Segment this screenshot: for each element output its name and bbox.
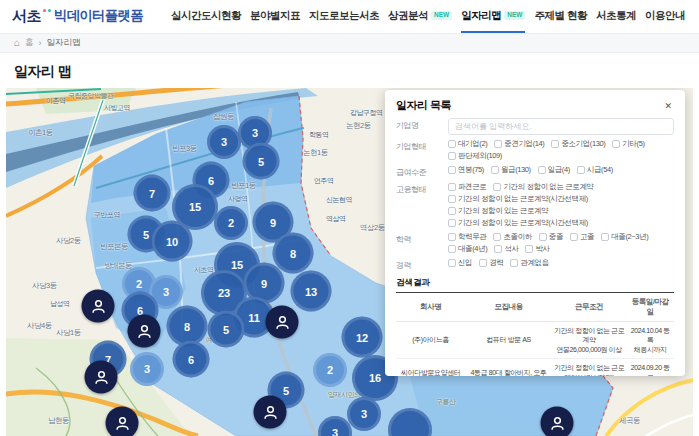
checkbox-icon[interactable]	[448, 195, 456, 203]
job-row[interactable]: 씨어다방문요양센터(서아점)4등급 80대 할아버지, 오후재가요양보호사 모집…	[396, 359, 674, 376]
checkbox-icon[interactable]	[448, 259, 456, 267]
checkbox-icon[interactable]	[448, 245, 456, 253]
filter-options: 대기업(2)중견기업(14)중소기업(130)기타(5)판단제외(109)	[448, 139, 674, 161]
map-cluster[interactable]: 12	[342, 317, 383, 358]
checkbox-icon[interactable]	[448, 140, 456, 148]
checkbox-icon[interactable]	[494, 245, 502, 253]
nav-menu: 실시간도시현황분야별지표지도로보는서초상권분석NEW일자리맵NEW주제별 현황서…	[161, 0, 685, 33]
checkbox-icon[interactable]	[448, 207, 456, 215]
filter-option[interactable]: 시급(54)	[577, 165, 613, 175]
checkbox-icon[interactable]	[493, 183, 501, 191]
map-cluster[interactable]: 2	[313, 353, 347, 387]
filter-option[interactable]: 대졸(4년)	[448, 244, 487, 254]
map-cluster[interactable]: 10	[152, 221, 193, 262]
map-person-marker[interactable]	[128, 315, 161, 348]
map-cluster[interactable]: 3	[130, 352, 164, 386]
map-canvas[interactable]: 국립중앙박물관이촌역서빙고역이촌1동잠원동반포3동강남구청역논현2동학동역논현1…	[6, 88, 693, 436]
checkbox-icon[interactable]	[448, 183, 456, 191]
nav-item[interactable]: 주제별 현황	[534, 0, 586, 33]
filter-option-label: 석사	[504, 244, 518, 254]
filter-option[interactable]: 일급(4)	[538, 165, 570, 175]
filter-option[interactable]: 기간의 정함이 없는 근로계약	[493, 182, 593, 192]
map-area-label: 논현2동	[346, 121, 371, 131]
map-person-marker[interactable]	[541, 407, 574, 436]
filter-option[interactable]: 중소기업(130)	[551, 139, 605, 149]
map-person-marker[interactable]	[106, 407, 139, 436]
checkbox-icon[interactable]	[551, 140, 559, 148]
filter-option[interactable]: 기간의 정함이 없는 근로계약(시간선택제)	[448, 194, 588, 204]
map-cluster[interactable]: 3	[347, 397, 381, 431]
nav-item[interactable]: 이용안내	[645, 0, 685, 33]
map-cluster[interactable]: 5	[208, 311, 245, 348]
nav-item[interactable]: 서초통계	[596, 0, 636, 33]
home-icon[interactable]: ⌂	[14, 38, 20, 48]
map-cluster[interactable]: 7	[134, 175, 171, 212]
checkbox-icon[interactable]	[577, 166, 585, 174]
checkbox-icon[interactable]	[570, 233, 578, 241]
checkbox-icon[interactable]	[539, 233, 547, 241]
map-person-marker[interactable]	[266, 306, 299, 339]
checkbox-icon[interactable]	[601, 233, 609, 241]
map-person-marker[interactable]	[85, 361, 118, 394]
checkbox-icon[interactable]	[538, 166, 546, 174]
filter-option[interactable]: 월급(130)	[491, 165, 531, 175]
filter-option[interactable]: 기타(5)	[612, 139, 644, 149]
new-badge: NEW	[504, 11, 525, 20]
filter-option[interactable]: 경력	[479, 258, 503, 268]
checkbox-icon[interactable]	[491, 166, 499, 174]
checkbox-icon[interactable]	[448, 152, 456, 160]
map-cluster[interactable]: 2	[214, 206, 248, 240]
checkbox-icon[interactable]	[494, 140, 502, 148]
filter-option[interactable]: 중견기업(14)	[494, 139, 544, 149]
checkbox-icon[interactable]	[493, 233, 501, 241]
filter-option[interactable]: 중졸	[539, 232, 563, 242]
company-search-input[interactable]	[448, 118, 674, 135]
map-area-label: 서빙고역	[104, 103, 130, 113]
map-cluster[interactable]: 5	[243, 143, 280, 180]
filter-option[interactable]: 신입	[448, 258, 472, 268]
map-area-label: 구룡산	[436, 397, 456, 407]
filter-option[interactable]: 연봉(75)	[448, 165, 484, 175]
nav-item[interactable]: 지도로보는서초	[309, 0, 379, 33]
nav-item[interactable]: 분야별지표	[250, 0, 300, 33]
checkbox-icon[interactable]	[448, 233, 456, 241]
map-cluster[interactable]: 8	[273, 233, 314, 274]
nav-item-label: 상권분석	[388, 9, 428, 23]
filter-option[interactable]: 관계없음	[510, 258, 548, 268]
map-person-marker[interactable]	[254, 396, 287, 429]
map-cluster[interactable]: 13	[291, 271, 332, 312]
breadcrumb: ⌂ 홈 › 일자리맵	[0, 33, 699, 53]
person-icon	[91, 367, 111, 387]
checkbox-icon[interactable]	[448, 219, 456, 227]
nav-item[interactable]: 일자리맵NEW	[461, 0, 525, 33]
table-column-header: 회사명	[396, 293, 466, 322]
map-cluster[interactable]: 3	[207, 125, 241, 159]
filter-option[interactable]: 판단제외(109)	[448, 151, 502, 161]
filter-option[interactable]: 파견근로	[448, 182, 486, 192]
filter-option[interactable]: 기간의 정함이 있는 근로계약(시간선택제)	[448, 218, 588, 228]
filter-option-label: 기간의 정함이 없는 근로계약(시간선택제)	[458, 194, 588, 204]
nav-item[interactable]: 상권분석NEW	[388, 0, 452, 33]
job-row[interactable]: (주)아이느홈컴퓨터 방문 AS기간의 정함이 없는 근로계약 연봉26,000…	[396, 322, 674, 359]
filter-option[interactable]: 학력무관	[448, 232, 486, 242]
close-icon[interactable]: ✕	[662, 100, 674, 112]
brand-logo[interactable]: 서초 빅데이터플랫폼	[12, 7, 143, 26]
map-person-marker[interactable]	[82, 290, 115, 323]
filter-option[interactable]: 기간의 정함이 있는 근로계약	[448, 206, 548, 216]
checkbox-icon[interactable]	[510, 259, 518, 267]
filter-option[interactable]: 대기업(2)	[448, 139, 487, 149]
filter-option[interactable]: 석사	[494, 244, 518, 254]
filter-option[interactable]: 고졸	[570, 232, 594, 242]
filter-option[interactable]: 초졸이하	[493, 232, 531, 242]
breadcrumb-home[interactable]: 홈	[25, 37, 34, 49]
nav-item[interactable]: 실시간도시현황	[171, 0, 241, 33]
checkbox-icon[interactable]	[525, 245, 533, 253]
checkbox-icon[interactable]	[448, 166, 456, 174]
brand-platform: 빅데이터플랫폼	[54, 7, 143, 25]
filter-option[interactable]: 대졸(2~3년)	[601, 232, 648, 242]
filter-option[interactable]: 박사	[525, 244, 549, 254]
checkbox-icon[interactable]	[479, 259, 487, 267]
map-cluster[interactable]: 6	[173, 341, 210, 378]
nav-item-label: 주제별 현황	[534, 9, 586, 23]
checkbox-icon[interactable]	[612, 140, 620, 148]
